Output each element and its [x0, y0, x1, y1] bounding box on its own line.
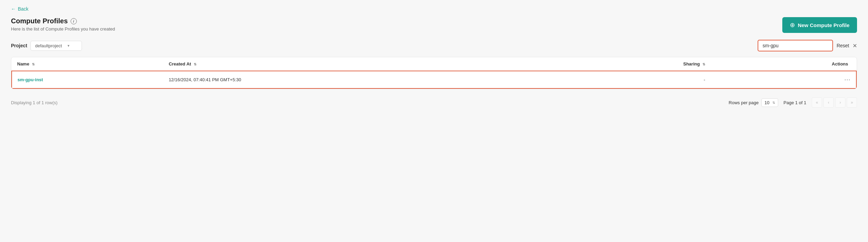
project-label: Project — [11, 43, 27, 48]
table-container: Name ⇅ Created At ⇅ Sharing ⇅ Actions — [11, 57, 857, 89]
rows-per-page-value: 10 — [764, 100, 769, 105]
project-dropdown[interactable]: defaultproject ▾ — [31, 41, 82, 51]
pagination-area: Rows per page 10 ⇅ Page 1 of 1 « ‹ › » — [729, 97, 857, 108]
column-sharing: Sharing ⇅ — [507, 57, 733, 71]
row-sharing-cell: - — [507, 71, 733, 88]
back-label: Back — [18, 6, 28, 12]
back-arrow-icon: ← — [11, 6, 16, 12]
rows-per-page-chevron: ⇅ — [772, 101, 775, 105]
column-actions: Actions — [733, 57, 856, 71]
column-created-at: Created At ⇅ — [163, 57, 507, 71]
row-name-link[interactable]: sm-gpu-inst — [17, 77, 43, 82]
back-link[interactable]: ← Back — [11, 6, 28, 12]
rows-per-page-label: Rows per page — [729, 100, 759, 105]
row-actions-button[interactable]: ··· — [844, 76, 851, 83]
controls-row: Project defaultproject ▾ Reset ✕ — [11, 40, 857, 51]
clear-search-button[interactable]: ✕ — [853, 43, 857, 49]
rows-per-page-dropdown[interactable]: 10 ⇅ — [761, 98, 778, 107]
page-info: Page 1 of 1 — [784, 100, 807, 105]
column-name: Name ⇅ — [12, 57, 163, 71]
row-created-at-cell: 12/16/2024, 07:40:41 PM GMT+5:30 — [163, 71, 507, 88]
page-title: Compute Profiles — [11, 17, 68, 25]
table-body: sm-gpu-inst 12/16/2024, 07:40:41 PM GMT+… — [12, 71, 856, 88]
chevron-down-icon: ▾ — [68, 44, 70, 48]
row-name-cell: sm-gpu-inst — [12, 71, 163, 88]
reset-button[interactable]: Reset — [836, 43, 849, 48]
displaying-text: Displaying 1 of 1 row(s) — [11, 100, 58, 105]
sort-created-icon[interactable]: ⇅ — [194, 62, 196, 66]
plus-icon: ⊕ — [790, 21, 795, 29]
first-page-button[interactable]: « — [812, 97, 822, 108]
sort-name-icon[interactable]: ⇅ — [32, 62, 35, 66]
header-left: Compute Profiles i Here is the list of C… — [11, 17, 115, 32]
prev-page-button[interactable]: ‹ — [823, 97, 834, 108]
page-title-row: Compute Profiles i — [11, 17, 115, 25]
rows-per-page-control: Rows per page 10 ⇅ — [729, 98, 778, 107]
sort-sharing-icon[interactable]: ⇅ — [702, 62, 705, 66]
search-area: Reset ✕ — [758, 40, 857, 51]
page: ← Back Compute Profiles i Here is the li… — [0, 0, 868, 242]
project-selected-value: defaultproject — [35, 43, 62, 48]
search-input-wrapper — [758, 40, 833, 51]
header-row: Name ⇅ Created At ⇅ Sharing ⇅ Actions — [12, 57, 856, 71]
compute-profiles-table: Name ⇅ Created At ⇅ Sharing ⇅ Actions — [11, 57, 857, 89]
last-page-button[interactable]: » — [847, 97, 857, 108]
table-header: Name ⇅ Created At ⇅ Sharing ⇅ Actions — [12, 57, 856, 71]
page-navigation: « ‹ › » — [812, 97, 857, 108]
row-actions-cell: ··· — [733, 71, 856, 88]
table-row: sm-gpu-inst 12/16/2024, 07:40:41 PM GMT+… — [12, 71, 856, 88]
new-compute-profile-label: New Compute Profile — [798, 22, 849, 28]
footer-row: Displaying 1 of 1 row(s) Rows per page 1… — [11, 96, 857, 109]
page-subtitle: Here is the list of Compute Profiles you… — [11, 26, 115, 32]
new-compute-profile-button[interactable]: ⊕ New Compute Profile — [782, 17, 857, 33]
info-icon[interactable]: i — [71, 18, 77, 24]
next-page-button[interactable]: › — [835, 97, 845, 108]
search-input[interactable] — [758, 40, 833, 51]
header-row: Compute Profiles i Here is the list of C… — [11, 17, 857, 33]
project-filter: Project defaultproject ▾ — [11, 41, 82, 51]
